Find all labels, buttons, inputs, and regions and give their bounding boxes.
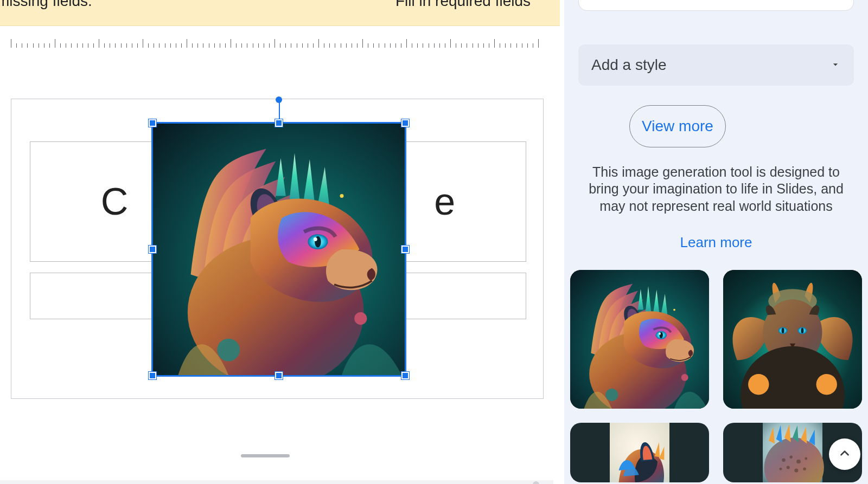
thumbnail-3[interactable] (570, 423, 709, 482)
inserted-artwork (153, 124, 405, 375)
thumbnail-2[interactable] (723, 270, 862, 409)
thumbnail-art-3 (570, 423, 709, 482)
resize-handle-tr[interactable] (401, 119, 409, 127)
generated-thumbnails (569, 270, 864, 482)
slide-canvas[interactable]: C e (11, 99, 544, 399)
resize-handle-l[interactable] (149, 246, 156, 253)
canvas-area: missing fields. Fill in required fields … (0, 0, 564, 484)
style-dropdown-label: Add a style (591, 56, 667, 74)
rotate-handle[interactable] (276, 96, 282, 103)
resize-handle-r[interactable] (401, 246, 409, 253)
notice-bar: missing fields. Fill in required fields (0, 0, 560, 26)
chevron-up-icon (838, 446, 852, 462)
learn-more-label: Learn more (680, 234, 752, 250)
thumbnail-1[interactable] (570, 270, 709, 409)
style-dropdown[interactable]: Add a style (578, 44, 854, 86)
resize-handle-t[interactable] (275, 119, 283, 127)
disclaimer-text: This image generation tool is designed t… (584, 164, 848, 215)
filmstrip-bar (0, 480, 553, 484)
notice-action[interactable]: Fill in required fields (395, 0, 531, 10)
image-gen-sidebar: Add a style View more This image generat… (564, 0, 868, 484)
view-more-button[interactable]: View more (629, 105, 726, 147)
notice-left-text: missing fields. (0, 0, 92, 10)
chevron-down-icon (830, 56, 841, 74)
filmstrip-grip[interactable] (241, 454, 290, 457)
thumbnail-art-2 (723, 270, 862, 409)
resize-handle-br[interactable] (401, 372, 409, 379)
resize-handle-bl[interactable] (149, 372, 156, 379)
prompt-input[interactable] (578, 0, 854, 11)
horizontal-ruler (11, 36, 544, 48)
resize-handle-tl[interactable] (149, 119, 156, 127)
learn-more-link[interactable]: Learn more (564, 234, 868, 251)
selected-image[interactable] (151, 122, 406, 377)
resize-handle-b[interactable] (275, 372, 283, 379)
scroll-up-fab[interactable] (829, 438, 860, 470)
view-more-label: View more (642, 118, 713, 135)
filmstrip-scroll-dot (533, 481, 539, 484)
thumbnail-art-1 (570, 270, 709, 409)
